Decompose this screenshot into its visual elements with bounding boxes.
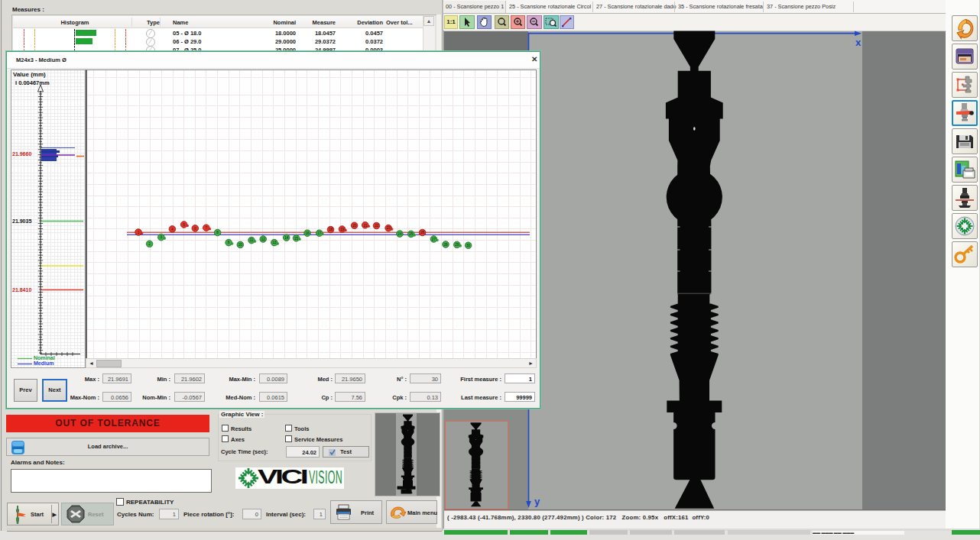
svg-text:23: 23 bbox=[387, 226, 391, 230]
svg-text:1: 1 bbox=[138, 231, 140, 234]
svg-text:8: 8 bbox=[216, 231, 219, 234]
svg-text:21: 21 bbox=[363, 224, 368, 228]
svg-text:2: 2 bbox=[148, 242, 151, 246]
svg-text:6: 6 bbox=[194, 227, 196, 231]
svg-text:y: y bbox=[534, 496, 540, 507]
svg-text:12: 12 bbox=[261, 238, 266, 241]
svg-text:4: 4 bbox=[171, 228, 174, 231]
svg-text:9: 9 bbox=[228, 241, 230, 244]
svg-text:16: 16 bbox=[305, 231, 310, 235]
svg-text:28: 28 bbox=[443, 243, 448, 247]
svg-text:30: 30 bbox=[466, 244, 471, 247]
svg-text:x: x bbox=[855, 37, 862, 48]
svg-text:18: 18 bbox=[329, 228, 333, 231]
svg-text:15: 15 bbox=[294, 237, 299, 241]
svg-text:14: 14 bbox=[284, 236, 289, 240]
svg-text:13: 13 bbox=[272, 241, 277, 244]
svg-text:27: 27 bbox=[432, 238, 436, 241]
svg-text:10: 10 bbox=[239, 243, 243, 247]
svg-text:3: 3 bbox=[161, 235, 163, 239]
svg-text:24: 24 bbox=[398, 232, 402, 236]
svg-text:5: 5 bbox=[183, 223, 185, 227]
svg-text:26: 26 bbox=[420, 231, 425, 234]
svg-text:22: 22 bbox=[375, 224, 379, 228]
svg-text:19: 19 bbox=[340, 228, 345, 231]
svg-text:25: 25 bbox=[409, 232, 414, 236]
svg-text:11: 11 bbox=[250, 238, 254, 242]
svg-text:29: 29 bbox=[455, 243, 459, 247]
svg-text:20: 20 bbox=[352, 224, 357, 228]
svg-text:7: 7 bbox=[206, 226, 208, 230]
svg-text:17: 17 bbox=[317, 231, 322, 235]
